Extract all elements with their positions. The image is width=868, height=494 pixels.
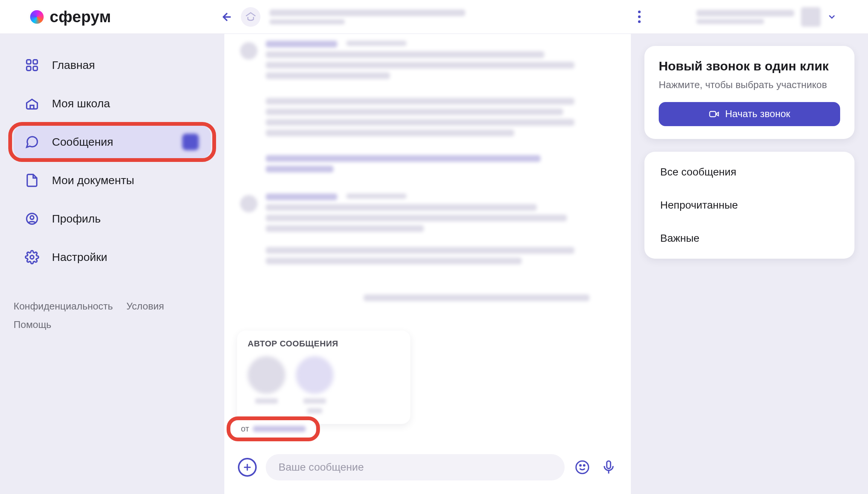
current-user[interactable]: [696, 7, 836, 27]
svg-point-12: [583, 465, 585, 466]
sidebar-item-label: Профиль: [52, 212, 101, 225]
avatar: [240, 195, 257, 212]
sidebar-item-settings[interactable]: Настройки: [14, 240, 211, 274]
svg-point-11: [580, 465, 581, 466]
video-icon: [709, 109, 719, 119]
chevron-down-icon[interactable]: [827, 12, 836, 21]
unread-badge: [182, 134, 199, 150]
svg-point-7: [30, 255, 34, 259]
message: [240, 194, 610, 305]
author-popover: АВТОР СООБЩЕНИЯ: [237, 331, 410, 424]
svg-rect-13: [607, 461, 611, 468]
filter-important[interactable]: Важные: [644, 222, 854, 255]
footer-links: Конфиденциальность Условия Помощь: [14, 300, 211, 331]
chat-title[interactable]: [270, 9, 622, 24]
school-icon: [25, 96, 39, 111]
chat-avatar-icon: [241, 7, 260, 27]
filter-unread[interactable]: Непрочитанные: [644, 189, 854, 222]
avatar: [240, 42, 257, 59]
avatar: [248, 356, 285, 394]
sidebar: Главная Моя школа Сообщения М: [0, 34, 224, 494]
avatar: [296, 356, 333, 394]
sidebar-item-school[interactable]: Моя школа: [14, 87, 211, 120]
link-privacy[interactable]: Конфиденциальность: [14, 300, 113, 312]
gear-icon: [25, 250, 39, 264]
call-card: Новый звонок в один клик Нажмите, чтобы …: [644, 46, 854, 139]
author-option[interactable]: [248, 356, 285, 413]
start-call-button[interactable]: Начать звонок: [659, 102, 840, 126]
sidebar-item-label: Моя школа: [52, 97, 110, 110]
chat-pane: АВТОР СООБЩЕНИЯ от: [224, 34, 631, 494]
message-input[interactable]: [266, 454, 565, 480]
filter-card: Все сообщения Непрочитанные Важные: [644, 152, 854, 259]
brand[interactable]: сферум: [30, 8, 218, 26]
sidebar-item-label: Сообщения: [52, 136, 113, 148]
link-terms[interactable]: Условия: [126, 300, 164, 312]
profile-icon: [25, 212, 39, 226]
composer: [224, 444, 631, 494]
svg-rect-4: [33, 66, 37, 70]
reply-from-prefix: от: [241, 424, 249, 434]
mic-icon[interactable]: [600, 459, 617, 476]
svg-point-6: [30, 216, 34, 220]
message-icon: [25, 135, 39, 149]
svg-rect-15: [710, 111, 716, 117]
grid-icon: [25, 58, 39, 72]
sidebar-item-label: Настройки: [52, 251, 107, 264]
document-icon: [25, 173, 39, 188]
sidebar-item-profile[interactable]: Профиль: [14, 202, 211, 236]
link-help[interactable]: Помощь: [14, 319, 51, 331]
reply-from-chip[interactable]: от: [232, 420, 315, 438]
avatar: [801, 7, 821, 27]
popover-title: АВТОР СООБЩЕНИЯ: [248, 339, 400, 349]
right-rail: Новый звонок в один клик Нажмите, чтобы …: [631, 34, 868, 494]
kebab-icon[interactable]: [631, 5, 647, 28]
start-call-label: Начать звонок: [725, 108, 790, 120]
attach-button[interactable]: [238, 458, 257, 477]
call-card-title: Новый звонок в один клик: [659, 59, 840, 73]
svg-rect-1: [27, 60, 31, 64]
logo-icon: [30, 10, 44, 24]
emoji-icon[interactable]: [574, 459, 591, 476]
sidebar-item-messages[interactable]: Сообщения: [14, 125, 211, 159]
filter-all[interactable]: Все сообщения: [644, 156, 854, 189]
message: [240, 41, 610, 176]
sidebar-item-home[interactable]: Главная: [14, 48, 211, 82]
svg-rect-2: [33, 60, 37, 64]
sidebar-item-docs[interactable]: Мои документы: [14, 163, 211, 197]
sidebar-item-label: Мои документы: [52, 174, 134, 187]
call-card-subtitle: Нажмите, чтобы выбрать участников: [659, 78, 840, 92]
back-icon[interactable]: [218, 10, 232, 24]
svg-rect-3: [27, 66, 31, 70]
author-option[interactable]: [296, 356, 333, 413]
topbar: сферум: [0, 0, 868, 34]
brand-text: сферум: [50, 8, 111, 26]
sidebar-item-label: Главная: [52, 59, 95, 72]
svg-point-10: [576, 461, 588, 473]
